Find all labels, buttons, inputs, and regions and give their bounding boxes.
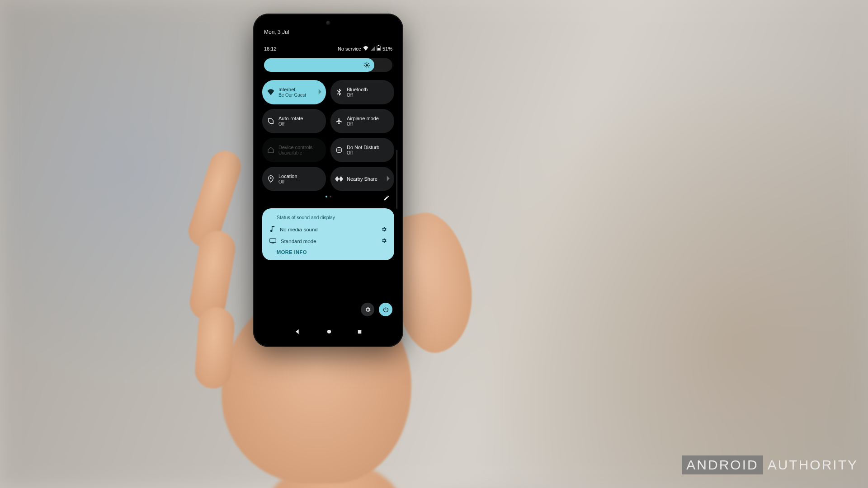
front-camera bbox=[326, 21, 330, 25]
sound-display-card: Status of sound and display No media sou… bbox=[262, 208, 394, 260]
status-bar: 16:12 No service 51% bbox=[258, 45, 399, 52]
status-time: 16:12 bbox=[264, 46, 277, 52]
tile-title: Airplane mode bbox=[347, 116, 379, 122]
home-icon bbox=[267, 146, 275, 154]
card-title: Status of sound and display bbox=[277, 215, 387, 220]
music-icon bbox=[269, 226, 275, 233]
card-row-text: Standard mode bbox=[281, 239, 316, 244]
more-info-link[interactable]: MORE INFO bbox=[277, 249, 387, 255]
tile-location[interactable]: LocationOff bbox=[262, 167, 326, 191]
tile-subtitle: Off bbox=[278, 122, 303, 127]
page-dot-active bbox=[326, 196, 327, 197]
svg-rect-2 bbox=[377, 48, 380, 51]
page-dot bbox=[330, 196, 331, 197]
settings-button[interactable] bbox=[361, 303, 374, 316]
signal-icon bbox=[370, 46, 375, 52]
tile-title: Location bbox=[278, 174, 297, 179]
tile-auto-rotate[interactable]: Auto-rotateOff bbox=[262, 109, 326, 133]
wifi-icon bbox=[267, 89, 275, 95]
svg-rect-1 bbox=[378, 45, 379, 46]
tile-bluetooth[interactable]: BluetoothOff bbox=[330, 80, 394, 104]
brightness-fill bbox=[264, 58, 374, 72]
svg-line-10 bbox=[368, 63, 369, 64]
tile-nearby-share[interactable]: Nearby Share bbox=[330, 167, 394, 191]
status-date: Mon, 3 Jul bbox=[264, 29, 289, 35]
nav-recents-button[interactable] bbox=[357, 329, 363, 336]
watermark-brand-rest: AUTHORITY bbox=[768, 457, 858, 473]
tile-title: Bluetooth bbox=[347, 87, 368, 93]
tile-subtitle: Be Our Guest bbox=[278, 93, 306, 98]
tile-internet[interactable]: InternetBe Our Guest bbox=[262, 80, 326, 104]
navigation-bar bbox=[258, 328, 399, 336]
display-icon bbox=[269, 238, 276, 244]
nav-back-button[interactable] bbox=[294, 328, 301, 336]
brightness-icon bbox=[363, 62, 370, 69]
row-settings-button[interactable] bbox=[381, 226, 387, 233]
tile-subtitle: Off bbox=[278, 179, 297, 185]
svg-rect-18 bbox=[358, 330, 361, 333]
svg-line-8 bbox=[365, 63, 365, 64]
scroll-indicator bbox=[396, 150, 397, 209]
battery-percent: 51% bbox=[382, 46, 392, 52]
tile-title: Nearby Share bbox=[347, 176, 377, 182]
nearby-icon bbox=[335, 176, 343, 182]
svg-point-14 bbox=[270, 177, 271, 178]
chevron-right-icon bbox=[318, 89, 321, 95]
card-row: Standard mode bbox=[269, 235, 387, 247]
tile-dnd[interactable]: Do Not DisturbOff bbox=[330, 138, 394, 162]
tile-subtitle: Off bbox=[347, 93, 368, 98]
rotate-icon bbox=[267, 117, 275, 125]
tile-title: Device controls bbox=[278, 145, 312, 150]
quick-settings-grid: InternetBe Our GuestBluetoothOffAuto-rot… bbox=[262, 80, 394, 191]
brightness-slider[interactable] bbox=[264, 58, 392, 72]
tile-title: Auto-rotate bbox=[278, 116, 303, 122]
wifi-icon bbox=[363, 46, 368, 52]
svg-point-3 bbox=[366, 64, 368, 66]
svg-line-9 bbox=[368, 66, 369, 67]
tile-device-controls: Device controlsUnavailable bbox=[262, 138, 326, 162]
photo-background bbox=[0, 0, 868, 488]
svg-rect-15 bbox=[270, 239, 276, 242]
row-settings-button[interactable] bbox=[381, 238, 387, 244]
phone-frame: Mon, 3 Jul 16:12 No service 51% bbox=[253, 14, 403, 347]
edit-tiles-button[interactable] bbox=[383, 195, 390, 202]
bluetooth-icon bbox=[335, 89, 343, 96]
tile-subtitle: Off bbox=[347, 150, 379, 156]
status-carrier: No service bbox=[338, 46, 361, 52]
tile-title: Internet bbox=[278, 87, 306, 93]
power-button[interactable] bbox=[379, 303, 392, 316]
tile-subtitle: Unavailable bbox=[278, 150, 312, 156]
dnd-icon bbox=[335, 146, 343, 154]
airplane-icon bbox=[335, 117, 343, 125]
location-icon bbox=[267, 175, 275, 183]
phone-screen: Mon, 3 Jul 16:12 No service 51% bbox=[258, 19, 399, 341]
battery-icon bbox=[377, 45, 381, 52]
card-row-text: No media sound bbox=[280, 227, 318, 232]
power-icon bbox=[382, 306, 389, 313]
gear-icon bbox=[364, 306, 371, 313]
tile-subtitle: Off bbox=[347, 122, 379, 127]
nav-home-button[interactable] bbox=[326, 328, 332, 336]
tile-airplane[interactable]: Airplane modeOff bbox=[330, 109, 394, 133]
svg-line-11 bbox=[365, 66, 365, 67]
watermark: ANDROID AUTHORITY bbox=[682, 455, 858, 474]
chevron-right-icon bbox=[386, 176, 390, 182]
tile-title: Do Not Disturb bbox=[347, 145, 379, 150]
watermark-brand-box: ANDROID bbox=[682, 455, 763, 474]
svg-point-17 bbox=[327, 330, 330, 333]
card-row: No media sound bbox=[269, 224, 387, 235]
page-indicator bbox=[258, 196, 399, 197]
